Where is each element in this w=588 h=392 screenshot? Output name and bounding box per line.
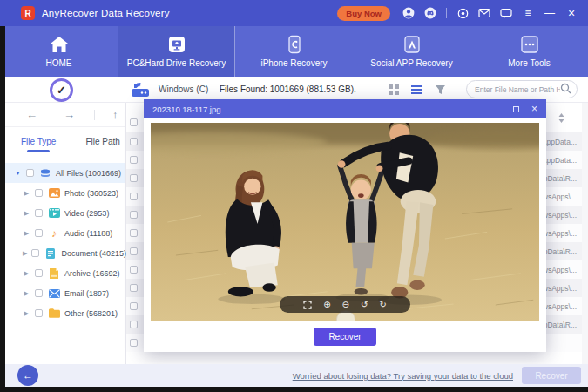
feedback-chat-icon[interactable]	[500, 7, 512, 19]
tab-home[interactable]: HOME	[0, 26, 118, 77]
tree-item-photo[interactable]: ▶ Photo (360523)	[5, 183, 125, 203]
recover-button[interactable]: Recover	[314, 328, 376, 346]
tree-item-label: Document (40215)	[61, 249, 126, 258]
tree-item-archive[interactable]: ▶ Archive (16692)	[5, 263, 125, 283]
grid-view-icon[interactable]	[389, 83, 399, 98]
tab-pc-hard-drive-recovery[interactable]: PC&Hard Drive Recovery	[118, 26, 235, 77]
row-checkbox[interactable]	[130, 193, 138, 200]
scrollbar[interactable]	[582, 103, 588, 364]
zoom-out-icon[interactable]: ⊖	[342, 301, 349, 309]
tree-item-audio[interactable]: ▶ ♪ Audio (11188)	[5, 223, 125, 243]
account-icon[interactable]	[402, 7, 415, 19]
tree-item-all-files[interactable]: ▼ All Files (1001669)	[5, 163, 125, 183]
checkbox[interactable]	[35, 269, 43, 277]
record-target-icon[interactable]	[456, 7, 469, 19]
more-tools-icon	[520, 35, 539, 54]
row-checkbox[interactable]	[130, 174, 138, 182]
recover-button-disabled[interactable]: Recover	[522, 367, 581, 384]
search-icon[interactable]	[560, 82, 571, 98]
sort-icon[interactable]	[558, 111, 564, 126]
row-checkbox[interactable]	[130, 266, 138, 274]
row-checkbox[interactable]	[130, 284, 138, 292]
row-checkbox[interactable]	[130, 138, 138, 145]
rotate-left-icon[interactable]: ↺	[361, 301, 368, 309]
tab-label: Social APP Recovery	[370, 58, 452, 68]
main-nav: HOME PC&Hard Drive Recovery iPhone Recov…	[0, 26, 588, 77]
row-checkbox[interactable]	[130, 339, 138, 347]
checkbox[interactable]	[35, 229, 43, 237]
expand-arrow-icon[interactable]: ▶	[23, 210, 30, 217]
close-button[interactable]: ×	[565, 7, 578, 19]
forward-arrow-button[interactable]: →	[64, 108, 75, 121]
music-note-glyph: ♪	[51, 228, 57, 239]
row-checkbox[interactable]	[130, 211, 138, 219]
checkbox[interactable]	[26, 169, 34, 177]
tab-label: More Tools	[508, 58, 551, 68]
fit-screen-icon[interactable]	[303, 301, 312, 309]
row-checkbox[interactable]	[130, 321, 138, 328]
tree-item-video[interactable]: ▶ Video (2953)	[5, 203, 125, 223]
expand-arrow-icon[interactable]: ▶	[23, 290, 30, 297]
back-button[interactable]: ←	[17, 365, 38, 386]
buy-now-button[interactable]: Buy Now	[337, 6, 390, 21]
left-frame-edge	[0, 26, 5, 387]
expand-arrow-icon[interactable]: ▶	[23, 190, 30, 197]
list-view-icon[interactable]	[411, 83, 422, 98]
mail-icon[interactable]	[478, 7, 490, 19]
pc-monitor-icon	[167, 35, 186, 54]
home-icon	[50, 35, 69, 54]
tree-item-other[interactable]: ▶ Other (568201)	[5, 303, 125, 323]
checkbox[interactable]	[35, 289, 43, 297]
tree-item-label: Other (568201)	[64, 309, 118, 318]
tab-more-tools[interactable]: More Tools	[470, 26, 588, 77]
preview-modal: 202310.18-117.jpg ×	[144, 99, 546, 352]
row-checkbox[interactable]	[130, 156, 138, 164]
tab-social-app-recovery[interactable]: Social APP Recovery	[353, 26, 470, 77]
collapse-arrow-icon[interactable]: ▼	[14, 170, 22, 176]
zoom-in-icon[interactable]: ⊕	[323, 301, 330, 309]
row-checkbox[interactable]	[130, 247, 138, 255]
menu-icon[interactable]: ≡	[522, 7, 534, 19]
close-icon[interactable]: ×	[531, 104, 537, 114]
checkbox[interactable]	[35, 309, 43, 317]
row-checkbox[interactable]	[130, 302, 138, 310]
row-checkbox[interactable]	[130, 229, 138, 237]
back-arrow-glyph: ←	[23, 369, 33, 382]
discord-icon[interactable]	[424, 7, 436, 19]
tab-file-type[interactable]: File Type	[21, 137, 56, 146]
tree-item-document[interactable]: ▶ Document (40215)	[5, 243, 125, 263]
cloud-backup-link[interactable]: Worried about losing data? Try saving yo…	[293, 371, 513, 381]
maximize-icon[interactable]	[513, 106, 519, 112]
files-found-status: Files Found: 1001669 (881.53 GB).	[220, 84, 356, 94]
archive-icon	[48, 267, 60, 279]
tree-item-email[interactable]: ▶ Email (1897)	[5, 283, 125, 303]
bottom-frame-edge	[0, 387, 588, 392]
expand-arrow-icon[interactable]: ▶	[23, 270, 30, 277]
app-logo-icon: R	[21, 6, 35, 20]
search-input[interactable]	[475, 85, 560, 94]
checkbox[interactable]	[31, 249, 39, 257]
up-arrow-button[interactable]: ↑	[112, 108, 118, 121]
minimize-button[interactable]: —	[544, 7, 556, 19]
sidebar: ← → ↑ File Type File Path ▼ All Files (1…	[5, 103, 126, 364]
select-all-checkbox[interactable]	[130, 118, 138, 126]
all-files-icon	[39, 167, 51, 179]
checkbox[interactable]	[35, 189, 43, 197]
photo-icon	[48, 187, 60, 199]
family-photo	[151, 123, 539, 321]
preview-modal-footer: Recover	[144, 321, 546, 352]
expand-arrow-icon[interactable]: ▶	[23, 250, 27, 257]
check-glyph: ✓	[57, 84, 66, 97]
filter-icon[interactable]	[435, 83, 446, 98]
checkbox[interactable]	[35, 209, 43, 217]
tab-file-path[interactable]: File Path	[85, 137, 119, 146]
expand-arrow-icon[interactable]: ▶	[23, 230, 30, 237]
expand-arrow-icon[interactable]: ▶	[23, 310, 30, 317]
tree-item-label: All Files (1001669)	[56, 169, 121, 178]
audio-icon: ♪	[48, 227, 60, 239]
back-arrow-button[interactable]: ←	[26, 108, 37, 121]
tab-iphone-recovery[interactable]: iPhone Recovery	[235, 26, 353, 77]
nav-separator	[94, 110, 95, 120]
rotate-right-icon[interactable]: ↻	[379, 301, 386, 309]
logo-letter: R	[24, 9, 30, 18]
